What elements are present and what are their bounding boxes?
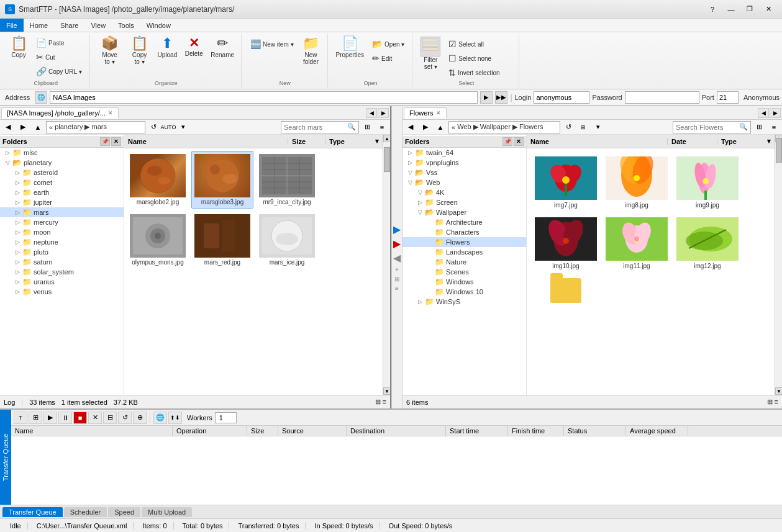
tree-item-misc[interactable]: ▷ 📁 misc [0, 148, 124, 158]
file-item-img8[interactable]: img8.jpg [602, 153, 671, 212]
new-item-button[interactable]: 🆕 New item ▾ [247, 37, 297, 51]
tab-scheduler[interactable]: Scheduler [64, 507, 107, 517]
left-up-btn[interactable]: ▲ [31, 121, 45, 133]
toggle-web[interactable]: ▽ [405, 179, 415, 186]
left-panel-tab[interactable]: [NASA Images] /photo_gallery/... ✕ [1, 107, 119, 119]
left-scrollbar[interactable]: ▲ ▼ [383, 135, 390, 395]
right-scroll-down[interactable]: ▼ [775, 387, 782, 395]
tree-item-solar-system[interactable]: ▷ 📁 solar_system [0, 267, 124, 277]
file-item-olympus[interactable]: olympus_mons.jpg [127, 211, 189, 269]
open-button[interactable]: 📂 Open ▾ [368, 37, 408, 51]
left-search-input[interactable] [284, 124, 346, 131]
restore-button[interactable]: ❐ [741, 3, 758, 16]
right-view-toggle[interactable]: ⊞ ≡ [767, 398, 778, 406]
file-item-img7[interactable]: img7.jpg [532, 153, 600, 212]
transfer-right-arrow[interactable]: ▶ [393, 223, 401, 235]
tree-item-pluto[interactable]: ▷ 📁 pluto [0, 247, 124, 257]
tree-item-vpnplugins[interactable]: ▷ 📁 vpnplugins [402, 158, 526, 168]
copy-to-button[interactable]: 📋 Copyto ▾ [126, 35, 153, 67]
tree-item-nature[interactable]: 📁 Nature [402, 257, 526, 267]
left-refresh-btn[interactable]: ↺ [147, 121, 160, 133]
tree-item-characters[interactable]: 📁 Characters [402, 227, 526, 237]
file-item-mr9inca[interactable]: mr9_inca_city.jpg [256, 151, 318, 209]
tree-item-wallpaper[interactable]: ▽ 📂 Wallpaper [402, 207, 526, 217]
scroll-up-arrow[interactable]: ▲ [383, 135, 390, 142]
cut-button[interactable]: ✂ Cut [32, 50, 86, 64]
filter-set-button[interactable]: Filterset ▾ [417, 35, 443, 72]
scroll-down-arrow[interactable]: ▼ [383, 387, 390, 395]
toggle-jupiter[interactable]: ▷ [12, 199, 22, 205]
left-list-btn[interactable]: ≡ [375, 121, 389, 133]
right-up-btn[interactable]: ▲ [434, 121, 447, 133]
menu-item-view[interactable]: View [84, 19, 112, 32]
address-arrow-btn[interactable]: ▶▶ [495, 91, 507, 104]
transfer-pause-btn[interactable]: ⏸ [58, 412, 72, 424]
tab-speed[interactable]: Speed [108, 507, 140, 517]
right-refresh-btn[interactable]: ↺ [561, 121, 575, 133]
toggle-mercury[interactable]: ▷ [12, 219, 22, 225]
file-item-img12[interactable]: img12.jpg [673, 214, 742, 273]
right-view-btn1[interactable]: ⊞ [576, 121, 590, 133]
file-item-img11[interactable]: img11.jpg [602, 214, 671, 273]
workers-input[interactable] [215, 412, 237, 423]
left-view-btn2[interactable]: ▾ [176, 121, 190, 133]
file-item-marsglobe2[interactable]: marsglobe2.jpg [127, 151, 189, 209]
transfer-speed-btn[interactable]: ⬆⬇ [168, 412, 182, 424]
tree-item-uranus[interactable]: ▷ 📁 uranus [0, 277, 124, 287]
left-panel-nav-next[interactable]: ▶ [378, 108, 389, 118]
move-to-button[interactable]: 📦 Moveto ▾ [95, 35, 125, 67]
select-none-button[interactable]: ☐ Select none [445, 52, 503, 65]
transfer-add-btn[interactable]: ⊕ [133, 412, 147, 424]
transfer-remove-btn[interactable]: ⊟ [103, 412, 117, 424]
toggle-uranus[interactable]: ▷ [12, 279, 22, 285]
transfer-right-red-arrow[interactable]: ▶ [393, 238, 401, 250]
port-input[interactable] [717, 91, 739, 104]
tree-item-4k[interactable]: ▽ 📂 4K [402, 187, 526, 197]
toggle-misc[interactable]: ▷ [2, 150, 12, 156]
left-forward-btn[interactable]: ▶ [16, 121, 30, 133]
tree-item-jupiter[interactable]: ▷ 📁 jupiter [0, 197, 124, 207]
tree-item-earth[interactable]: ▷ 📁 earth [0, 187, 124, 197]
menu-item-window[interactable]: Window [140, 19, 177, 32]
right-grid-btn[interactable]: ⊞ [752, 121, 766, 133]
rename-button[interactable]: ✏ Rename [207, 35, 237, 60]
address-go-btn[interactable]: ▶ [480, 91, 493, 104]
toggle-vss[interactable]: ▽ [405, 169, 415, 176]
toggle-comet[interactable]: ▷ [12, 179, 22, 186]
transfer-grid-icon[interactable]: ⊞ [394, 276, 399, 282]
tree-item-windows[interactable]: 📁 Windows [402, 277, 526, 287]
right-tab-close[interactable]: ✕ [436, 110, 441, 116]
copy-button[interactable]: 📋 Copy [6, 35, 31, 60]
right-search-input[interactable] [676, 124, 738, 131]
menu-item-file[interactable]: File [0, 19, 24, 32]
file-item-marsglobe3[interactable]: marsglobe3.jpg [191, 151, 253, 209]
login-input[interactable] [534, 91, 589, 104]
transfer-refresh-btn[interactable]: ↺ [118, 412, 132, 424]
tree-item-moon[interactable]: ▷ 📁 moon [0, 227, 124, 237]
toggle-venus[interactable]: ▷ [12, 289, 22, 295]
right-view-btn2[interactable]: ▾ [591, 121, 605, 133]
file-item-img10[interactable]: img10.jpg [532, 214, 600, 273]
tree-item-mars[interactable]: ▷ 📁 mars [0, 207, 124, 217]
properties-button[interactable]: 📄 Properties [333, 35, 368, 60]
transfer-icon-btn[interactable]: T [14, 412, 27, 424]
tree-item-venus[interactable]: ▷ 📁 venus [0, 287, 124, 297]
left-back-btn[interactable]: ◀ [1, 121, 15, 133]
right-forward-btn[interactable]: ▶ [419, 121, 432, 133]
menu-item-share[interactable]: Share [54, 19, 84, 32]
tree-item-flowers[interactable]: 📁 Flowers [402, 237, 526, 247]
right-tree-pin[interactable]: 📌 [502, 137, 512, 146]
left-tree-close[interactable]: ✕ [111, 137, 121, 146]
file-item-mars3[interactable]: mars_red.jpg [191, 211, 253, 269]
tree-item-saturn[interactable]: ▷ 📁 saturn [0, 257, 124, 267]
select-all-button[interactable]: ☑ Select all [445, 37, 503, 51]
toggle-neptune[interactable]: ▷ [12, 239, 22, 245]
tab-multi-upload[interactable]: Multi Upload [142, 507, 192, 517]
left-path[interactable]: « planetary ▶ mars [46, 121, 145, 133]
right-back-btn[interactable]: ◀ [404, 121, 417, 133]
edit-button[interactable]: ✏ Edit [368, 52, 408, 65]
toggle-planetary[interactable]: ▽ [2, 160, 12, 166]
toggle-wallpaper[interactable]: ▽ [415, 209, 425, 215]
tree-item-web[interactable]: ▽ 📂 Web [402, 178, 526, 187]
right-scrollbar[interactable]: ▲ ▼ [775, 135, 782, 395]
